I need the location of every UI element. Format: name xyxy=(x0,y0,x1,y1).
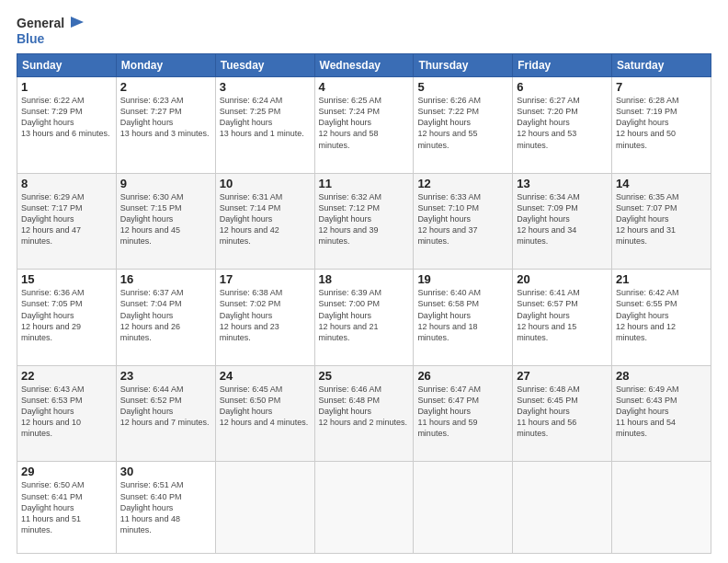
table-row: 5 Sunrise: 6:26 AM Sunset: 7:22 PM Dayli… xyxy=(414,77,513,174)
day-info: Sunrise: 6:29 AM Sunset: 7:17 PM Dayligh… xyxy=(21,191,112,247)
day-info: Sunrise: 6:30 AM Sunset: 7:15 PM Dayligh… xyxy=(120,191,211,247)
day-number: 17 xyxy=(220,272,311,286)
day-number: 13 xyxy=(517,177,608,190)
table-row: 30 Sunrise: 6:51 AM Sunset: 6:40 PM Dayl… xyxy=(116,462,215,554)
table-row: 12 Sunrise: 6:33 AM Sunset: 7:10 PM Dayl… xyxy=(414,173,513,270)
table-row: 7 Sunrise: 6:28 AM Sunset: 7:19 PM Dayli… xyxy=(612,77,711,174)
day-number: 7 xyxy=(616,80,707,94)
col-sunday: Sunday xyxy=(17,54,117,77)
table-row: 29 Sunrise: 6:50 AM Sunset: 6:41 PM Dayl… xyxy=(17,462,117,554)
day-info: Sunrise: 6:36 AM Sunset: 7:05 PM Dayligh… xyxy=(21,287,112,343)
day-number: 6 xyxy=(517,80,608,94)
day-number: 11 xyxy=(319,177,410,190)
day-number: 8 xyxy=(21,177,112,190)
day-number: 10 xyxy=(220,177,311,190)
table-row: 21 Sunrise: 6:42 AM Sunset: 6:55 PM Dayl… xyxy=(612,270,711,366)
day-number: 4 xyxy=(319,80,410,94)
table-row: 4 Sunrise: 6:25 AM Sunset: 7:24 PM Dayli… xyxy=(314,77,414,174)
day-number: 30 xyxy=(120,465,211,478)
table-row: 24 Sunrise: 6:45 AM Sunset: 6:50 PM Dayl… xyxy=(215,365,314,462)
table-row: 11 Sunrise: 6:32 AM Sunset: 7:12 PM Dayl… xyxy=(314,173,414,270)
table-row: 19 Sunrise: 6:40 AM Sunset: 6:58 PM Dayl… xyxy=(414,270,513,366)
day-info: Sunrise: 6:41 AM Sunset: 6:57 PM Dayligh… xyxy=(517,287,608,343)
col-friday: Friday xyxy=(513,54,612,77)
day-info: Sunrise: 6:31 AM Sunset: 7:14 PM Dayligh… xyxy=(220,191,311,247)
day-info: Sunrise: 6:27 AM Sunset: 7:20 PM Dayligh… xyxy=(517,95,608,151)
table-row: 18 Sunrise: 6:39 AM Sunset: 7:00 PM Dayl… xyxy=(314,270,414,366)
col-monday: Monday xyxy=(116,54,215,77)
table-row: 16 Sunrise: 6:37 AM Sunset: 7:04 PM Dayl… xyxy=(116,270,215,366)
day-number: 16 xyxy=(120,272,211,286)
day-info: Sunrise: 6:28 AM Sunset: 7:19 PM Dayligh… xyxy=(616,95,707,151)
table-row: 20 Sunrise: 6:41 AM Sunset: 6:57 PM Dayl… xyxy=(513,270,612,366)
table-row: 8 Sunrise: 6:29 AM Sunset: 7:17 PM Dayli… xyxy=(17,173,117,270)
day-info: Sunrise: 6:43 AM Sunset: 6:53 PM Dayligh… xyxy=(21,384,112,440)
table-row: 23 Sunrise: 6:44 AM Sunset: 6:52 PM Dayl… xyxy=(116,365,215,462)
day-info: Sunrise: 6:35 AM Sunset: 7:07 PM Dayligh… xyxy=(616,191,707,247)
table-row: 22 Sunrise: 6:43 AM Sunset: 6:53 PM Dayl… xyxy=(17,365,117,462)
day-number: 20 xyxy=(517,272,608,286)
day-info: Sunrise: 6:37 AM Sunset: 7:04 PM Dayligh… xyxy=(120,287,211,343)
table-row xyxy=(414,462,513,554)
day-info: Sunrise: 6:25 AM Sunset: 7:24 PM Dayligh… xyxy=(319,95,410,151)
day-info: Sunrise: 6:32 AM Sunset: 7:12 PM Dayligh… xyxy=(319,191,410,247)
table-row xyxy=(314,462,414,554)
logo-triangle-icon xyxy=(67,15,84,31)
day-info: Sunrise: 6:49 AM Sunset: 6:43 PM Dayligh… xyxy=(616,384,707,440)
day-info: Sunrise: 6:46 AM Sunset: 6:48 PM Dayligh… xyxy=(319,384,410,429)
day-info: Sunrise: 6:50 AM Sunset: 6:41 PM Dayligh… xyxy=(21,479,112,535)
day-info: Sunrise: 6:45 AM Sunset: 6:50 PM Dayligh… xyxy=(220,384,311,429)
table-row: 17 Sunrise: 6:38 AM Sunset: 7:02 PM Dayl… xyxy=(215,270,314,366)
col-saturday: Saturday xyxy=(612,54,711,77)
calendar-table: Sunday Monday Tuesday Wednesday Thursday… xyxy=(17,53,711,554)
table-row xyxy=(612,462,711,554)
day-info: Sunrise: 6:23 AM Sunset: 7:27 PM Dayligh… xyxy=(120,95,211,140)
day-info: Sunrise: 6:39 AM Sunset: 7:00 PM Dayligh… xyxy=(319,287,410,343)
header: General Blue xyxy=(17,15,711,46)
logo: General Blue xyxy=(17,15,84,46)
day-info: Sunrise: 6:26 AM Sunset: 7:22 PM Dayligh… xyxy=(417,95,508,151)
day-info: Sunrise: 6:34 AM Sunset: 7:09 PM Dayligh… xyxy=(517,191,608,247)
table-row: 3 Sunrise: 6:24 AM Sunset: 7:25 PM Dayli… xyxy=(215,77,314,174)
day-info: Sunrise: 6:22 AM Sunset: 7:29 PM Dayligh… xyxy=(21,95,112,140)
day-info: Sunrise: 6:42 AM Sunset: 6:55 PM Dayligh… xyxy=(616,287,707,343)
day-number: 27 xyxy=(517,369,608,383)
svg-marker-0 xyxy=(71,17,84,28)
day-number: 28 xyxy=(616,369,707,383)
day-info: Sunrise: 6:40 AM Sunset: 6:58 PM Dayligh… xyxy=(417,287,508,343)
table-row: 14 Sunrise: 6:35 AM Sunset: 7:07 PM Dayl… xyxy=(612,173,711,270)
col-thursday: Thursday xyxy=(414,54,513,77)
day-number: 15 xyxy=(21,272,112,286)
day-info: Sunrise: 6:33 AM Sunset: 7:10 PM Dayligh… xyxy=(417,191,508,247)
day-number: 3 xyxy=(220,80,311,94)
day-number: 5 xyxy=(417,80,508,94)
day-number: 18 xyxy=(319,272,410,286)
day-number: 26 xyxy=(417,369,508,383)
table-row: 9 Sunrise: 6:30 AM Sunset: 7:15 PM Dayli… xyxy=(116,173,215,270)
day-number: 21 xyxy=(616,272,707,286)
table-row xyxy=(215,462,314,554)
day-number: 19 xyxy=(417,272,508,286)
day-number: 23 xyxy=(120,369,211,383)
day-number: 22 xyxy=(21,369,112,383)
table-row: 15 Sunrise: 6:36 AM Sunset: 7:05 PM Dayl… xyxy=(17,270,117,366)
table-row: 2 Sunrise: 6:23 AM Sunset: 7:27 PM Dayli… xyxy=(116,77,215,174)
table-row: 6 Sunrise: 6:27 AM Sunset: 7:20 PM Dayli… xyxy=(513,77,612,174)
day-info: Sunrise: 6:51 AM Sunset: 6:40 PM Dayligh… xyxy=(120,479,211,535)
logo-blue: Blue xyxy=(17,31,44,46)
day-number: 24 xyxy=(220,369,311,383)
col-tuesday: Tuesday xyxy=(215,54,314,77)
day-number: 25 xyxy=(319,369,410,383)
page: General Blue Sunday Monday Tuesday Wedne… xyxy=(0,0,728,563)
day-number: 1 xyxy=(21,80,112,94)
day-number: 9 xyxy=(120,177,211,190)
table-row: 10 Sunrise: 6:31 AM Sunset: 7:14 PM Dayl… xyxy=(215,173,314,270)
day-info: Sunrise: 6:48 AM Sunset: 6:45 PM Dayligh… xyxy=(517,384,608,440)
day-info: Sunrise: 6:38 AM Sunset: 7:02 PM Dayligh… xyxy=(220,287,311,343)
day-number: 2 xyxy=(120,80,211,94)
calendar-header-row: Sunday Monday Tuesday Wednesday Thursday… xyxy=(17,54,711,77)
day-number: 12 xyxy=(417,177,508,190)
table-row: 1 Sunrise: 6:22 AM Sunset: 7:29 PM Dayli… xyxy=(17,77,117,174)
table-row: 13 Sunrise: 6:34 AM Sunset: 7:09 PM Dayl… xyxy=(513,173,612,270)
day-info: Sunrise: 6:47 AM Sunset: 6:47 PM Dayligh… xyxy=(417,384,508,440)
